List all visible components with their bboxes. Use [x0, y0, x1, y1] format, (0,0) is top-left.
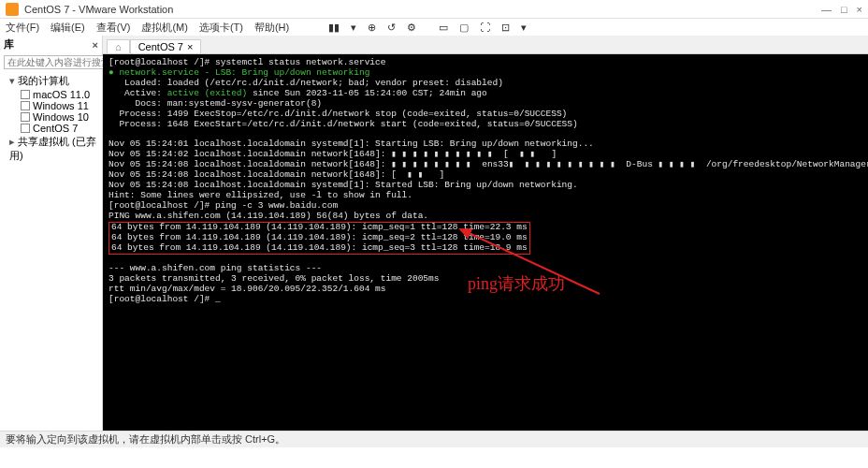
tree-item-centos7[interactable]: CentOS 7	[4, 123, 98, 134]
annotation-arrow	[421, 218, 604, 317]
term-line: [root@localhost /]# ping -c 3 www.baidu.…	[108, 200, 338, 211]
window-title: CentOS 7 - VMware Workstation	[24, 4, 821, 15]
terminal[interactable]: [root@localhost /]# systemctl status net…	[103, 54, 868, 431]
dropdown-icon[interactable]: ▾	[351, 22, 356, 34]
titlebar: CentOS 7 - VMware Workstation — □ ×	[0, 0, 868, 19]
sidebar-title: 库	[4, 37, 14, 51]
revert-icon[interactable]: ↺	[387, 22, 396, 34]
term-line: Hint: Some lines were ellipsized, use -l…	[108, 190, 412, 200]
term-line: rtt min/avg/max/mdev = 18.906/20.095/22.…	[108, 284, 385, 294]
home-icon: ⌂	[115, 41, 122, 52]
menu-vm[interactable]: 虚拟机(M)	[141, 21, 188, 35]
unity-icon[interactable]: ▭	[439, 22, 448, 34]
tree-root[interactable]: 我的计算机	[4, 73, 98, 89]
menu-edit[interactable]: 编辑(E)	[51, 21, 85, 35]
tab-label: CentOS 7	[138, 41, 183, 52]
term-line: Docs: man:systemd-sysv-generator(8)	[108, 98, 322, 109]
term-line: Process: 1648 ExecStart=/etc/rc.d/init.d…	[108, 119, 578, 129]
tab-close-icon[interactable]: ×	[187, 41, 193, 52]
term-line: Nov 05 15:24:08 localhost.localdomain ne…	[108, 169, 444, 180]
settings-icon[interactable]: ⚙	[407, 22, 416, 34]
term-line: Nov 05 15:24:01 localhost.localdomain sy…	[108, 139, 594, 149]
snapshot-icon[interactable]: ⊕	[368, 22, 376, 34]
pause-icon[interactable]: ▮▮	[328, 22, 340, 34]
term-line: Loaded: loaded (/etc/rc.d/init.d/network…	[108, 78, 503, 88]
console-icon[interactable]: ▢	[459, 22, 469, 34]
tree-shared[interactable]: 共享虚拟机 (已弃用)	[4, 134, 98, 164]
sidebar: 库 × 我的计算机 macOS 11.0 Windows 11 Windows …	[0, 36, 103, 431]
close-button[interactable]: ×	[857, 4, 862, 15]
term-line: Process: 1499 ExecStop=/etc/rc.d/init.d/…	[108, 109, 567, 119]
tree-item-win11[interactable]: Windows 11	[4, 100, 98, 111]
fullscreen-icon[interactable]: ⛶	[480, 22, 490, 33]
tab-strip: ⌂ CentOS 7 ×	[103, 36, 868, 54]
status-hint: 要将输入定向到该虚拟机，请在虚拟机内部单击或按 Ctrl+G。	[6, 433, 285, 445]
menu-view[interactable]: 查看(V)	[96, 21, 131, 35]
annotation-text: ping请求成功	[468, 274, 565, 294]
term-line: Active: active (exited) since Sun 2023-1…	[108, 88, 487, 98]
main-area: ⌂ CentOS 7 × [root@localhost /]# systemc…	[103, 36, 868, 431]
term-line: --- www.a.shifen.com ping statistics ---	[108, 263, 322, 273]
more-icon[interactable]: ▾	[521, 22, 527, 34]
term-line: ● network.service - LSB: Bring up/down n…	[108, 67, 369, 78]
menu-file[interactable]: 文件(F)	[6, 21, 39, 35]
term-line: Nov 05 15:24:08 localhost.localdomain ne…	[108, 159, 868, 169]
tree-item-macos[interactable]: macOS 11.0	[4, 89, 98, 100]
term-line: Nov 05 15:24:02 localhost.localdomain ne…	[108, 149, 557, 159]
term-line: [root@localhost /]# _	[108, 294, 221, 304]
minimize-button[interactable]: —	[821, 4, 832, 15]
tree-item-win10[interactable]: Windows 10	[4, 111, 98, 123]
menubar: 文件(F) 编辑(E) 查看(V) 虚拟机(M) 选项卡(T) 帮助(H) ▮▮…	[0, 19, 868, 36]
maximize-button[interactable]: □	[841, 4, 847, 15]
tab-centos7[interactable]: CentOS 7 ×	[130, 39, 202, 53]
menu-tabs[interactable]: 选项卡(T)	[199, 21, 243, 35]
tab-home[interactable]: ⌂	[107, 39, 130, 53]
term-line: PING www.a.shifen.com (14.119.104.189) 5…	[108, 211, 428, 221]
fit-icon[interactable]: ⊡	[501, 22, 510, 34]
app-icon	[6, 3, 19, 16]
term-line: Nov 05 15:24:08 localhost.localdomain sy…	[108, 180, 578, 190]
sidebar-close-icon[interactable]: ×	[93, 39, 98, 51]
menu-help[interactable]: 帮助(H)	[254, 21, 289, 35]
term-line: [root@localhost /]# systemctl status net…	[108, 57, 385, 67]
term-line: 3 packets transmitted, 3 received, 0% pa…	[108, 273, 439, 284]
vm-tree: 我的计算机 macOS 11.0 Windows 11 Windows 10 C…	[0, 71, 102, 166]
statusbar: 要将输入定向到该虚拟机，请在虚拟机内部单击或按 Ctrl+G。	[0, 431, 868, 447]
